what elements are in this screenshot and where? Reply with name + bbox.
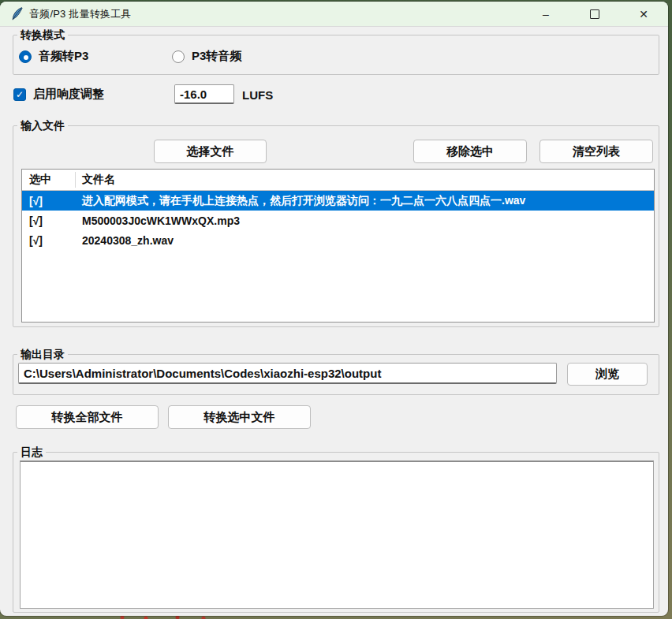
- checkmark-icon: ✓: [16, 89, 24, 100]
- radio-label: 音频转P3: [39, 49, 88, 64]
- row-checked-cell: [√]: [22, 214, 75, 227]
- lufs-unit-label: LUFS: [242, 88, 273, 102]
- output-path-input[interactable]: [18, 363, 557, 384]
- convert-all-label: 转换全部文件: [52, 410, 123, 425]
- mode-group: 转换模式 音频转P3 P3转音频: [13, 35, 659, 75]
- maximize-button[interactable]: [570, 2, 619, 26]
- column-header-filename[interactable]: 文件名: [75, 173, 115, 187]
- radio-unselected-icon[interactable]: [172, 50, 185, 63]
- row-checked-cell: [√]: [22, 195, 75, 207]
- select-files-button[interactable]: 选择文件: [154, 140, 267, 163]
- row-filename-cell: 进入配网模式，请在手机上连接热点，然后打开浏览器访问：一九二点一六八点四点一.w…: [75, 194, 525, 208]
- checkbox-checked-icon[interactable]: ✓: [13, 88, 26, 101]
- window-title: 音频/P3 批量转换工具: [29, 7, 132, 21]
- loudness-checkbox-label: 启用响度调整: [33, 87, 104, 102]
- input-files-group-label: 输入文件: [17, 119, 68, 132]
- row-filename-cell: 20240308_zh.wav: [75, 234, 174, 247]
- radio-label: P3转音频: [192, 49, 241, 64]
- app-window: 音频/P3 批量转换工具 – ✕ 转换模式 音频转P3 P3转音频 ✓ 启用响度…: [0, 2, 668, 616]
- python-feather-icon: [11, 7, 23, 21]
- remove-selected-button[interactable]: 移除选中: [413, 140, 527, 163]
- window-controls: – ✕: [521, 2, 668, 26]
- radio-option-p3-to-audio[interactable]: P3转音频: [172, 49, 241, 64]
- select-files-label: 选择文件: [187, 144, 234, 159]
- column-header-checked[interactable]: 选中: [22, 173, 75, 187]
- radio-option-audio-to-p3[interactable]: 音频转P3: [19, 49, 88, 64]
- column-separator: [75, 172, 76, 188]
- browse-button[interactable]: 浏览: [567, 363, 648, 386]
- titlebar: 音频/P3 批量转换工具 – ✕: [0, 2, 668, 27]
- convert-selected-label: 转换选中文件: [204, 410, 275, 425]
- output-dir-group-label: 输出目录: [17, 348, 68, 360]
- file-table-header: 选中 文件名: [22, 170, 654, 191]
- file-table[interactable]: 选中 文件名 [√] 进入配网模式，请在手机上连接热点，然后打开浏览器访问：一九…: [21, 169, 655, 323]
- minimize-button[interactable]: –: [521, 2, 570, 26]
- convert-all-button[interactable]: 转换全部文件: [16, 405, 159, 429]
- clear-list-label: 清空列表: [573, 144, 620, 159]
- log-group-label: 日志: [17, 446, 46, 458]
- close-icon: ✕: [639, 8, 648, 21]
- lufs-value-input[interactable]: [174, 84, 234, 104]
- browse-label: 浏览: [595, 367, 619, 382]
- close-button[interactable]: ✕: [619, 2, 668, 26]
- row-filename-cell: M500003J0cWK1WWxQX.mp3: [75, 214, 240, 227]
- table-row[interactable]: [√] 进入配网模式，请在手机上连接热点，然后打开浏览器访问：一九二点一六八点四…: [22, 191, 654, 211]
- table-row[interactable]: [√] M500003J0cWK1WWxQX.mp3: [22, 211, 654, 230]
- row-checked-cell: [√]: [22, 234, 75, 247]
- remove-selected-label: 移除选中: [446, 144, 494, 159]
- output-dir-group: 输出目录 浏览: [13, 354, 659, 395]
- radio-selected-icon[interactable]: [19, 50, 32, 63]
- mode-group-label: 转换模式: [17, 28, 68, 41]
- maximize-icon: [590, 9, 599, 19]
- log-group: 日志: [13, 452, 659, 613]
- clear-list-button[interactable]: 清空列表: [539, 140, 653, 163]
- table-row[interactable]: [√] 20240308_zh.wav: [22, 230, 654, 250]
- convert-selected-button[interactable]: 转换选中文件: [168, 405, 311, 429]
- loudness-checkbox-row[interactable]: ✓ 启用响度调整: [13, 87, 104, 102]
- minimize-icon: –: [543, 8, 549, 21]
- desktop: { "window": { "title": "音频/P3 批量转换工具", "…: [0, 0, 672, 619]
- log-textarea[interactable]: [20, 461, 654, 609]
